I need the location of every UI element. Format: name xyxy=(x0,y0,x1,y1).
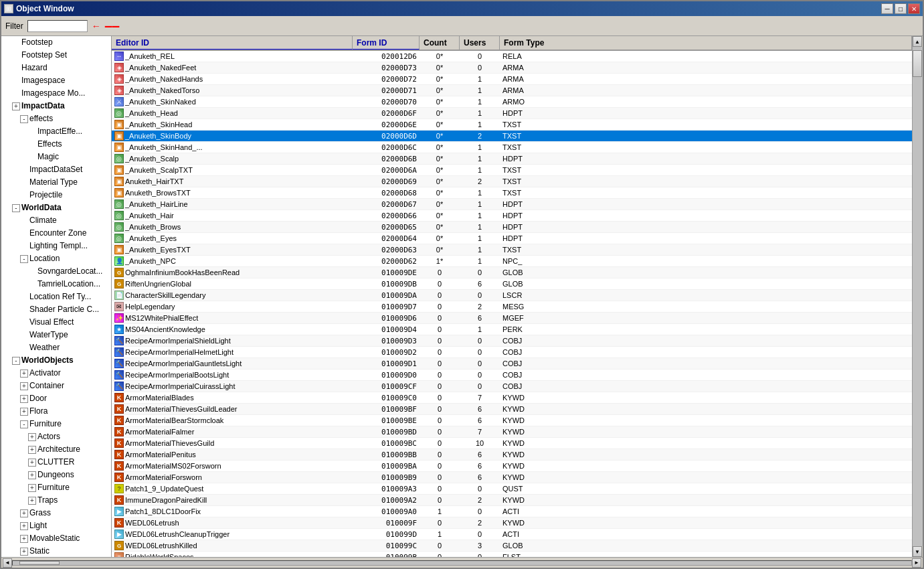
table-row[interactable]: ◎ _Anuketh_Head 02000D6F 0* 1 HDPT xyxy=(112,108,912,119)
expand-icon-35[interactable]: + xyxy=(28,484,36,492)
sidebar-item-22[interactable]: Visual Effect xyxy=(1,316,111,329)
expand-icon-6[interactable]: - xyxy=(20,115,28,123)
sidebar-item-34[interactable]: +Dungeons xyxy=(1,469,111,481)
table-row[interactable]: 🔨 RecipeArmorImperialShieldLight 010009D… xyxy=(112,335,912,347)
sidebar-item-29[interactable]: +Flora xyxy=(1,405,111,418)
sidebar-item-26[interactable]: +Activator xyxy=(1,367,111,380)
expand-icon-34[interactable]: + xyxy=(28,471,36,479)
table-row[interactable]: K ArmorMaterialForsworn 010009B9 0 6 KYW… xyxy=(112,472,912,483)
table-row[interactable]: K ArmorMaterialFalmer 010009BD 0 7 KYWD xyxy=(112,426,912,438)
sidebar-item-33[interactable]: +CLUTTER xyxy=(1,456,111,469)
sidebar-item-2[interactable]: Hazard xyxy=(1,62,111,74)
horizontal-scroll-track[interactable] xyxy=(12,560,912,566)
scroll-down-button[interactable]: ▼ xyxy=(913,546,922,557)
sidebar-item-24[interactable]: Weather xyxy=(1,341,111,354)
table-row[interactable]: ◈ _Anuketh_NakedHands 02000D72 0* 1 ARMA xyxy=(112,74,912,85)
sidebar-item-30[interactable]: -Furniture xyxy=(1,418,111,430)
expand-icon-25[interactable]: - xyxy=(12,357,20,365)
table-row[interactable]: ▣ _Anuketh_SkinHand_... 02000D6C 0* 1 TX… xyxy=(112,142,912,153)
expand-icon-17[interactable]: - xyxy=(20,255,28,263)
table-row[interactable]: K ArmorMaterialPenitus 010009BB 0 6 KYWD xyxy=(112,449,912,461)
table-row[interactable]: ▣ _Anuketh_EyesTXT 02000D63 0* 1 TXST xyxy=(112,244,912,256)
table-row[interactable]: G RiftenUngrienGlobal 010009DB 0 6 GLOB xyxy=(112,278,912,290)
table-row[interactable]: ↔ _Anuketh_REL 020012D6 0* 0 RELA xyxy=(112,51,912,62)
table-row[interactable]: ◎ _Anuketh_Scalp 02000D6B 0* 1 HDPT xyxy=(112,153,912,165)
table-row[interactable]: K ImmuneDragonPairedKill 010009A2 0 2 KY… xyxy=(112,495,912,506)
table-row[interactable]: 📄 CharacterSkillLegendary 010009DA 0 0 L… xyxy=(112,290,912,301)
sidebar-item-31[interactable]: +Actors xyxy=(1,430,111,443)
table-row[interactable]: ▣ _Anuketh_ScalpTXT 02000D6A 0* 1 TXST xyxy=(112,165,912,176)
col-header-editor-id[interactable]: Editor ID xyxy=(112,36,353,50)
sidebar-item-11[interactable]: Material Type xyxy=(1,176,111,189)
table-row[interactable]: K WEDL06Letrush 010009F 0 2 KYWD xyxy=(112,517,912,529)
sidebar-item-13[interactable]: -WorldData xyxy=(1,201,111,214)
sidebar-item-4[interactable]: Imagespace Mo... xyxy=(1,87,111,100)
table-row[interactable]: ⚔ _Anuketh_SkinNaked 02000D70 0* 1 ARMO xyxy=(112,96,912,108)
table-row[interactable]: G WEDL06LetrushKilled 010099C 0 3 GLOB xyxy=(112,540,912,552)
sidebar-item-20[interactable]: Location Ref Ty... xyxy=(1,291,111,303)
col-header-count[interactable]: Count xyxy=(420,36,460,50)
scroll-left-button[interactable]: ◄ xyxy=(3,558,12,568)
expand-icon-37[interactable]: + xyxy=(20,509,28,517)
sidebar-item-36[interactable]: +Traps xyxy=(1,494,111,507)
table-row[interactable]: ◈ _Anuketh_NakedFeet 02000D73 0* 0 ARMA xyxy=(112,62,912,74)
expand-icon-33[interactable]: + xyxy=(28,459,36,467)
table-row[interactable]: ◎ _Anuketh_Brows 02000D65 0* 1 HDPT xyxy=(112,222,912,233)
sidebar-item-28[interactable]: +Door xyxy=(1,392,111,405)
col-header-form-type[interactable]: Form Type xyxy=(500,36,912,50)
maximize-button[interactable]: □ xyxy=(895,3,907,14)
sidebar-item-21[interactable]: Shader Particle C... xyxy=(1,303,111,316)
horizontal-scroll-thumb[interactable] xyxy=(19,561,60,565)
table-row[interactable]: 👤 _Anuketh_NPC 02000D62 1* 1 NPC_ xyxy=(112,256,912,267)
table-row[interactable]: K ArmorMaterialThievesGuild 010009BC 0 1… xyxy=(112,438,912,449)
expand-icon-5[interactable]: + xyxy=(12,102,20,110)
table-row[interactable]: ▣ _Anuketh_SkinBody 02000D6D 0* 2 TXST xyxy=(112,131,912,142)
sidebar-item-10[interactable]: ImpactDataSet xyxy=(1,163,111,176)
table-row[interactable]: K ArmorMaterialBearStormcloak 010009BE 0… xyxy=(112,415,912,426)
table-row[interactable]: ▶ Patch1_8DLC1DoorFix 010009A0 1 0 ACTI xyxy=(112,506,912,517)
col-header-form-id[interactable]: Form ID xyxy=(353,36,420,50)
sidebar-item-1[interactable]: Footstep Set xyxy=(1,49,111,62)
sidebar-item-5[interactable]: +ImpactData xyxy=(1,100,111,112)
table-row[interactable]: ◈ _Anuketh_NakedTorso 02000D71 0* 1 ARMA xyxy=(112,85,912,96)
sidebar-item-38[interactable]: +Light xyxy=(1,519,111,532)
sidebar-item-32[interactable]: +Architecture xyxy=(1,443,111,456)
sidebar-item-40[interactable]: +Static xyxy=(1,545,111,557)
table-row[interactable]: ▶ WEDL06LetrushCleanupTrigger 010099D 1 … xyxy=(112,529,912,540)
table-row[interactable]: ★ MS04AncientKnowledge 010009D4 0 1 PERK xyxy=(112,324,912,335)
sidebar-item-39[interactable]: +MovableStatic xyxy=(1,532,111,545)
expand-icon-39[interactable]: + xyxy=(20,535,28,543)
expand-icon-27[interactable]: + xyxy=(20,382,28,390)
expand-icon-28[interactable]: + xyxy=(20,395,28,403)
expand-icon-26[interactable]: + xyxy=(20,370,28,378)
table-row[interactable]: K ArmorMaterialBlades 010009C0 0 7 KYWD xyxy=(112,392,912,404)
table-row[interactable]: ◎ _Anuketh_Hair 02000D66 0* 1 HDPT xyxy=(112,210,912,222)
expand-icon-40[interactable]: + xyxy=(20,548,28,556)
table-row[interactable]: 🔨 RecipeArmorImperialCuirassLight 010009… xyxy=(112,381,912,392)
sidebar-item-35[interactable]: +Furniture xyxy=(1,481,111,494)
table-row[interactable]: ? Patch1_9_UpdateQuest 010009A3 0 0 QUST xyxy=(112,483,912,495)
sidebar-item-25[interactable]: -WorldObjects xyxy=(1,354,111,367)
table-row[interactable]: ▣ Anuketh_BrowsTXT 02000D68 0* 1 TXST xyxy=(112,187,912,199)
table-row[interactable]: K ArmorMaterialMS02Forsworn 010009BA 0 6… xyxy=(112,461,912,472)
col-header-users[interactable]: Users xyxy=(460,36,500,50)
sidebar-item-23[interactable]: WaterType xyxy=(1,329,111,341)
sidebar-item-18[interactable]: SovngardeLocat... xyxy=(1,265,111,278)
right-scrollbar[interactable]: ▲ ▼ xyxy=(912,36,923,557)
minimize-button[interactable]: ─ xyxy=(881,3,893,14)
close-button[interactable]: ✕ xyxy=(908,3,920,14)
table-row[interactable]: ▣ Anuketh_HairTXT 02000D69 0* 2 TXST xyxy=(112,176,912,187)
expand-icon-38[interactable]: + xyxy=(20,522,28,530)
scroll-up-button[interactable]: ▲ xyxy=(913,36,922,47)
sidebar-item-19[interactable]: TamrielLocation... xyxy=(1,278,111,291)
sidebar-item-9[interactable]: Magic xyxy=(1,151,111,163)
expand-icon-32[interactable]: + xyxy=(28,446,36,454)
table-row[interactable]: 🔨 RecipeArmorImperialBootsLight 010009D0… xyxy=(112,370,912,381)
scroll-right-button[interactable]: ► xyxy=(912,558,921,568)
table-row[interactable]: ◎ _Anuketh_HairLine 02000D67 0* 1 HDPT xyxy=(112,199,912,210)
sidebar-item-3[interactable]: Imagespace xyxy=(1,74,111,87)
expand-icon-30[interactable]: - xyxy=(20,420,28,428)
sidebar-item-0[interactable]: Footstep xyxy=(1,36,111,49)
table-row[interactable]: ≡ RidableWorldSpaces 010099B 0 0 FLST xyxy=(112,552,912,557)
table-row[interactable]: ✉ HelpLegendary 010009D7 0 2 MESG xyxy=(112,301,912,313)
